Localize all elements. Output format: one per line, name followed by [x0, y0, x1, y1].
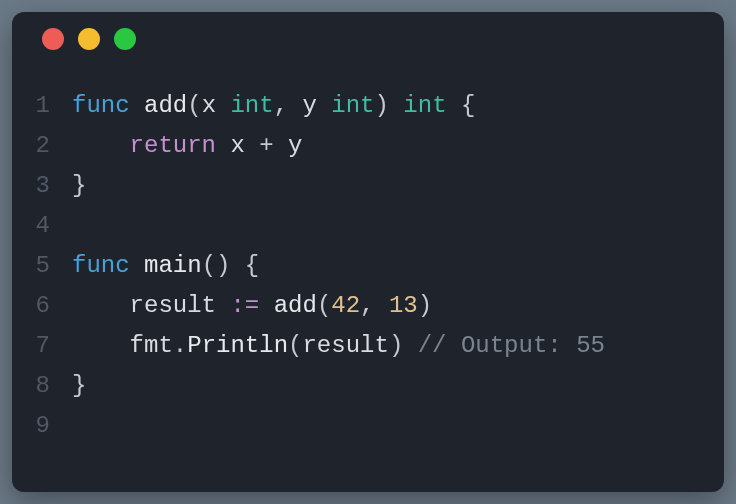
token-kw: func — [72, 252, 130, 279]
token-id: fmt — [130, 332, 173, 359]
token-punc — [72, 132, 130, 159]
token-punc — [245, 132, 259, 159]
window-titlebar — [12, 12, 724, 66]
token-punc — [216, 132, 230, 159]
token-id: y — [302, 92, 316, 119]
token-punc — [230, 252, 244, 279]
token-punc: , — [274, 92, 288, 119]
token-punc: ) — [389, 332, 403, 359]
token-punc: ( — [202, 252, 216, 279]
code-line: 9 — [12, 406, 724, 446]
token-punc: ( — [288, 332, 302, 359]
token-id: x — [202, 92, 216, 119]
code-line: 4 — [12, 206, 724, 246]
token-punc — [403, 332, 417, 359]
token-punc — [389, 92, 403, 119]
token-id: result — [130, 292, 216, 319]
line-number: 3 — [12, 166, 72, 206]
close-icon[interactable] — [42, 28, 64, 50]
token-punc — [216, 292, 230, 319]
token-punc: ) — [216, 252, 230, 279]
line-content: fmt.Println(result) // Output: 55 — [72, 326, 724, 366]
line-number: 5 — [12, 246, 72, 286]
token-punc — [259, 292, 273, 319]
code-line: 8} — [12, 366, 724, 406]
token-fn: add — [144, 92, 187, 119]
line-content: } — [72, 166, 724, 206]
token-punc — [72, 332, 130, 359]
minimize-icon[interactable] — [78, 28, 100, 50]
token-punc — [317, 92, 331, 119]
token-punc — [288, 92, 302, 119]
token-punc — [130, 92, 144, 119]
line-number: 6 — [12, 286, 72, 326]
line-content: func add(x int, y int) int { — [72, 86, 724, 126]
line-number: 4 — [12, 206, 72, 246]
token-punc: ( — [187, 92, 201, 119]
line-content — [72, 206, 724, 246]
line-content: result := add(42, 13) — [72, 286, 724, 326]
token-punc: { — [461, 92, 475, 119]
token-punc — [274, 132, 288, 159]
token-punc — [72, 292, 130, 319]
line-content: return x + y — [72, 126, 724, 166]
token-id: y — [288, 132, 302, 159]
code-line: 7 fmt.Println(result) // Output: 55 — [12, 326, 724, 366]
token-fn: main — [144, 252, 202, 279]
token-punc: ) — [375, 92, 389, 119]
code-line: 6 result := add(42, 13) — [12, 286, 724, 326]
token-num: 13 — [389, 292, 418, 319]
token-kw: func — [72, 92, 130, 119]
token-fn: add — [274, 292, 317, 319]
token-punc: { — [245, 252, 259, 279]
token-type: int — [403, 92, 446, 119]
token-punc: ) — [418, 292, 432, 319]
line-number: 9 — [12, 406, 72, 446]
token-id: x — [230, 132, 244, 159]
token-fn: Println — [187, 332, 288, 359]
code-editor-window: 1func add(x int, y int) int {2 return x … — [12, 12, 724, 492]
token-punc — [130, 252, 144, 279]
token-punc: } — [72, 372, 86, 399]
token-type: int — [230, 92, 273, 119]
line-number: 2 — [12, 126, 72, 166]
line-content — [72, 406, 724, 446]
token-punc — [375, 292, 389, 319]
code-line: 2 return x + y — [12, 126, 724, 166]
token-punc — [216, 92, 230, 119]
token-op: return — [130, 132, 216, 159]
token-num: 42 — [331, 292, 360, 319]
line-number: 8 — [12, 366, 72, 406]
zoom-icon[interactable] — [114, 28, 136, 50]
line-number: 7 — [12, 326, 72, 366]
line-number: 1 — [12, 86, 72, 126]
line-content: } — [72, 366, 724, 406]
line-content: func main() { — [72, 246, 724, 286]
code-line: 5func main() { — [12, 246, 724, 286]
token-punc — [447, 92, 461, 119]
token-punc: } — [72, 172, 86, 199]
token-id: result — [302, 332, 388, 359]
token-punc: . — [173, 332, 187, 359]
token-punc: ( — [317, 292, 331, 319]
token-def: := — [230, 292, 259, 319]
token-type: int — [331, 92, 374, 119]
code-line: 1func add(x int, y int) int { — [12, 86, 724, 126]
code-area[interactable]: 1func add(x int, y int) int {2 return x … — [12, 66, 724, 446]
token-punc: + — [259, 132, 273, 159]
code-line: 3} — [12, 166, 724, 206]
token-comment: // Output: 55 — [418, 332, 605, 359]
token-punc: , — [360, 292, 374, 319]
